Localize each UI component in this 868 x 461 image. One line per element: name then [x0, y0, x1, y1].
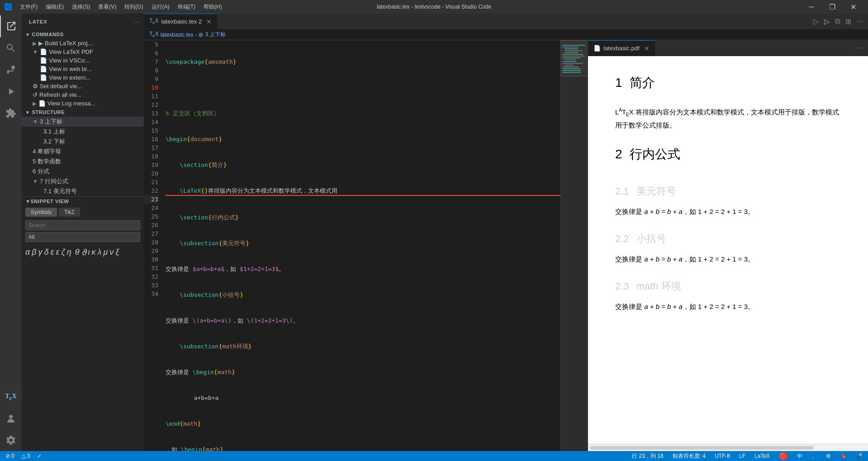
item3-chevron: ▼ [33, 119, 38, 125]
status-encoding[interactable]: UTF-8 [713, 453, 732, 459]
all-filter-button[interactable]: All [25, 232, 140, 242]
split-editor-button[interactable]: ⧉ [833, 16, 842, 27]
structure-section-header[interactable]: ▼ STRUCTURE [22, 108, 144, 117]
activity-extensions[interactable] [0, 102, 22, 124]
symbol-iota[interactable]: ι [88, 247, 90, 257]
activity-tex[interactable]: TEX [0, 386, 22, 408]
status-warnings[interactable]: △ 3 [20, 453, 32, 459]
code-editor[interactable]: 5 6 7 8 9 10 11 12 13 14 15 16 17 18 19 … [144, 40, 588, 451]
line-numbers: 5 6 7 8 9 10 11 12 13 14 15 16 17 18 19 … [144, 40, 162, 451]
structure-item-3[interactable]: ▼ 3 上下标 [22, 117, 144, 127]
activity-profile[interactable] [0, 408, 22, 429]
structure-item-5[interactable]: 5 数学函数 [22, 157, 144, 166]
pdf-tab-close[interactable]: ✕ [644, 45, 650, 52]
menu-run[interactable]: 运行(A) [148, 2, 173, 12]
status-sougou-icon[interactable]: 🔴 [777, 452, 790, 461]
activity-run-debug[interactable] [0, 81, 22, 102]
status-settings2[interactable]: ⚙ [824, 453, 833, 459]
menu-view[interactable]: 查看(V) [95, 2, 120, 12]
status-tab-size[interactable]: 制表符长度: 4 [671, 452, 707, 460]
view-in-vscode-item[interactable]: 📄 View in VSCo... [22, 56, 144, 65]
structure-item-71[interactable]: 7.1 美元符号 [22, 186, 144, 196]
activity-settings[interactable] [0, 429, 22, 451]
build-latex-item[interactable]: ▶ ▶ Build LaTeX proj... [22, 39, 144, 48]
symbol-theta1[interactable]: θ [75, 247, 80, 257]
sidebar-header: LATEX ··· [22, 14, 144, 30]
menu-help[interactable]: 帮助(H) [200, 2, 226, 12]
status-mic[interactable]: 🎤 [854, 453, 864, 459]
snippet-chevron: ▼ [25, 199, 30, 204]
symbol-delta[interactable]: δ [44, 247, 49, 257]
structure-item-31[interactable]: 3.1 上标 [22, 127, 144, 137]
snippet-tab-tikz[interactable]: TikZ [59, 208, 80, 217]
status-ime[interactable]: 中 [795, 452, 804, 460]
symbol-theta2[interactable]: ϑ [81, 247, 86, 257]
symbol-xi[interactable]: ξ [115, 247, 119, 257]
symbol-epsilon2[interactable]: ε [56, 247, 60, 257]
symbol-gamma[interactable]: γ [38, 247, 43, 257]
activity-source-control[interactable] [0, 59, 22, 81]
symbol-kappa[interactable]: κ [92, 247, 96, 257]
menu-select[interactable]: 选择(S) [68, 2, 94, 12]
menu-file[interactable]: 文件(F) [16, 2, 41, 12]
set-default-view-item[interactable]: ⚙ Set default vie... [22, 82, 144, 90]
status-checkmark[interactable]: ✓ [35, 453, 43, 459]
view-in-extern-item[interactable]: 📄 View in extern... [22, 73, 144, 82]
commands-section-header[interactable]: ▼ COMMANDS [22, 30, 144, 39]
run-all-button[interactable]: ▷ [822, 16, 831, 27]
structure-5-label: 5 数学函数 [33, 157, 61, 166]
structure-item-7[interactable]: ▼ 7 行间公式 [22, 176, 144, 186]
tab-pdf[interactable]: 📄 latexbasic.pdf ✕ [588, 40, 655, 56]
maximize-button[interactable]: ❐ [822, 0, 843, 14]
symbol-zeta[interactable]: ζ [61, 247, 65, 257]
search-input[interactable] [25, 220, 140, 230]
pdf-s1-title: 简介 [630, 74, 655, 91]
tab-tex-close[interactable]: ✕ [206, 18, 212, 25]
snippet-view-header[interactable]: ▼ SNIPPET VIEW [22, 197, 144, 206]
status-punctuation[interactable]: 。 [810, 452, 819, 460]
run-button[interactable]: ▷ [811, 16, 821, 27]
snippet-tab-symbols[interactable]: Symbols [25, 208, 57, 217]
minimize-button[interactable]: ─ [801, 0, 822, 14]
activity-explorer[interactable] [0, 15, 22, 37]
structure-item-6[interactable]: 6 分式 [22, 166, 144, 176]
view-latex-pdf-item[interactable]: ▼ 📄 View LaTeX PDF [22, 48, 144, 56]
layout-button[interactable]: ⊞ [844, 16, 853, 27]
sougou-logo: 🔴 [779, 452, 788, 461]
symbol-lambda[interactable]: λ [98, 247, 102, 257]
refresh-views-item[interactable]: ↺ Refresh all vie... [22, 90, 144, 99]
symbol-eta[interactable]: η [67, 247, 71, 257]
symbol-epsilon1[interactable]: ε [51, 247, 54, 257]
menu-terminal[interactable]: 终端(T) [174, 2, 199, 12]
breadcrumb-file: latexbasic.tex [161, 32, 194, 38]
menu-edit[interactable]: 编辑(E) [42, 2, 67, 12]
menu-goto[interactable]: 转到(G) [121, 2, 147, 12]
status-errors[interactable]: ⊘ 0 [4, 453, 16, 459]
status-bookmark[interactable]: 🔖 [838, 453, 849, 459]
structure-item-32[interactable]: 3.2 下标 [22, 137, 144, 147]
pdf-more-button[interactable]: ··· [855, 43, 864, 53]
symbol-alpha[interactable]: α [25, 247, 30, 257]
close-button[interactable]: ✕ [843, 0, 863, 14]
check-icon: ✓ [37, 453, 42, 459]
status-language[interactable]: LaTeX [753, 453, 772, 459]
pdf-scrollbar[interactable] [588, 444, 868, 451]
structure-item-4[interactable]: 4 希腊字母 [22, 147, 144, 157]
warning-count: 3 [27, 453, 30, 459]
view-log-label: View Log messa... [47, 100, 95, 107]
pdf-s2-num: 2 [615, 147, 622, 162]
activity-search[interactable] [0, 37, 22, 59]
symbol-nu[interactable]: ν [109, 247, 114, 257]
tab-latexbasic-tex[interactable]: TEX latexbasic.tex 2 ✕ [144, 14, 218, 29]
symbol-beta[interactable]: β [32, 247, 36, 257]
status-line-col[interactable]: 行 23，列 18 [630, 452, 665, 460]
view-log-item[interactable]: ▶ 📄 View Log messa... [22, 99, 144, 108]
status-eol[interactable]: LF [737, 453, 747, 459]
sidebar-more-button[interactable]: ··· [133, 17, 140, 26]
view-in-web-item[interactable]: 📄 View in web br... [22, 65, 144, 73]
pdf-content[interactable]: 1 简介 LATEX 将排版内容分为文本模式和数学模式，文本模式用于排版，数学模… [588, 56, 868, 444]
more-actions-button[interactable]: ··· [855, 16, 864, 27]
pdf-s21-num: 2.1 [615, 185, 629, 197]
structure-6-label: 6 分式 [33, 167, 49, 176]
symbol-mu[interactable]: μ [103, 247, 108, 257]
